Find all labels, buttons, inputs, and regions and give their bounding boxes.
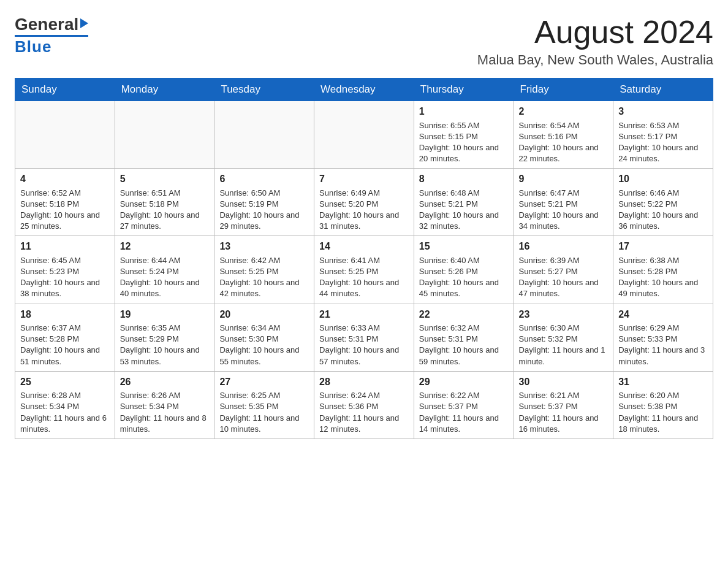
day-info: Sunrise: 6:48 AM Sunset: 5:21 PM Dayligh… bbox=[419, 188, 499, 231]
day-number: 26 bbox=[120, 375, 210, 389]
day-number: 3 bbox=[618, 105, 708, 118]
calendar-week-row: 25Sunrise: 6:28 AM Sunset: 5:34 PM Dayli… bbox=[15, 371, 713, 439]
logo-divider bbox=[15, 35, 88, 37]
day-info: Sunrise: 6:21 AM Sunset: 5:37 PM Dayligh… bbox=[519, 391, 599, 434]
day-info: Sunrise: 6:54 AM Sunset: 5:16 PM Dayligh… bbox=[519, 121, 599, 164]
calendar-cell: 28Sunrise: 6:24 AM Sunset: 5:36 PM Dayli… bbox=[314, 371, 414, 439]
day-info: Sunrise: 6:42 AM Sunset: 5:25 PM Dayligh… bbox=[219, 256, 299, 299]
day-number: 28 bbox=[319, 375, 409, 389]
day-info: Sunrise: 6:30 AM Sunset: 5:32 PM Dayligh… bbox=[519, 323, 605, 366]
calendar-header-friday: Friday bbox=[514, 79, 613, 101]
day-info: Sunrise: 6:25 AM Sunset: 5:35 PM Dayligh… bbox=[219, 391, 299, 434]
calendar-cell: 22Sunrise: 6:32 AM Sunset: 5:31 PM Dayli… bbox=[414, 304, 514, 371]
calendar-cell: 5Sunrise: 6:51 AM Sunset: 5:18 PM Daylig… bbox=[115, 169, 214, 236]
logo-blue: Blue bbox=[15, 37, 51, 56]
day-number: 10 bbox=[618, 172, 708, 186]
calendar-cell: 4Sunrise: 6:52 AM Sunset: 5:18 PM Daylig… bbox=[15, 169, 115, 236]
day-number: 23 bbox=[519, 308, 609, 321]
day-number: 4 bbox=[20, 172, 110, 186]
day-info: Sunrise: 6:22 AM Sunset: 5:37 PM Dayligh… bbox=[419, 391, 499, 434]
calendar-cell: 30Sunrise: 6:21 AM Sunset: 5:37 PM Dayli… bbox=[514, 371, 613, 439]
calendar-cell: 8Sunrise: 6:48 AM Sunset: 5:21 PM Daylig… bbox=[414, 169, 514, 236]
calendar-cell bbox=[15, 101, 115, 169]
calendar-cell: 16Sunrise: 6:39 AM Sunset: 5:27 PM Dayli… bbox=[514, 236, 613, 304]
calendar-header-thursday: Thursday bbox=[414, 79, 514, 101]
calendar-cell: 17Sunrise: 6:38 AM Sunset: 5:28 PM Dayli… bbox=[613, 236, 713, 304]
day-info: Sunrise: 6:46 AM Sunset: 5:22 PM Dayligh… bbox=[618, 188, 698, 231]
calendar-cell: 19Sunrise: 6:35 AM Sunset: 5:29 PM Dayli… bbox=[115, 304, 214, 371]
day-number: 13 bbox=[219, 240, 309, 253]
day-info: Sunrise: 6:24 AM Sunset: 5:36 PM Dayligh… bbox=[319, 391, 399, 434]
day-number: 7 bbox=[319, 172, 409, 186]
calendar-cell: 6Sunrise: 6:50 AM Sunset: 5:19 PM Daylig… bbox=[214, 169, 314, 236]
day-number: 15 bbox=[419, 240, 509, 253]
day-number: 24 bbox=[618, 308, 708, 321]
day-info: Sunrise: 6:34 AM Sunset: 5:30 PM Dayligh… bbox=[219, 323, 299, 366]
calendar-cell: 10Sunrise: 6:46 AM Sunset: 5:22 PM Dayli… bbox=[613, 169, 713, 236]
day-number: 1 bbox=[419, 105, 509, 118]
day-info: Sunrise: 6:50 AM Sunset: 5:19 PM Dayligh… bbox=[219, 188, 299, 231]
calendar-cell: 18Sunrise: 6:37 AM Sunset: 5:28 PM Dayli… bbox=[15, 304, 115, 371]
day-info: Sunrise: 6:53 AM Sunset: 5:17 PM Dayligh… bbox=[618, 121, 698, 164]
calendar-cell bbox=[115, 101, 214, 169]
day-info: Sunrise: 6:40 AM Sunset: 5:26 PM Dayligh… bbox=[419, 256, 499, 299]
calendar-cell: 29Sunrise: 6:22 AM Sunset: 5:37 PM Dayli… bbox=[414, 371, 514, 439]
day-info: Sunrise: 6:45 AM Sunset: 5:23 PM Dayligh… bbox=[20, 256, 100, 299]
day-number: 11 bbox=[20, 240, 110, 253]
day-number: 14 bbox=[319, 240, 409, 253]
page-header: General Blue August 2024 Malua Bay, New … bbox=[15, 15, 713, 68]
day-info: Sunrise: 6:49 AM Sunset: 5:20 PM Dayligh… bbox=[319, 188, 399, 231]
day-number: 22 bbox=[419, 308, 509, 321]
day-number: 2 bbox=[519, 105, 609, 118]
calendar-cell: 11Sunrise: 6:45 AM Sunset: 5:23 PM Dayli… bbox=[15, 236, 115, 304]
calendar-header-tuesday: Tuesday bbox=[214, 79, 314, 101]
calendar-cell: 23Sunrise: 6:30 AM Sunset: 5:32 PM Dayli… bbox=[514, 304, 613, 371]
location-subtitle: Malua Bay, New South Wales, Australia bbox=[477, 52, 713, 68]
day-info: Sunrise: 6:35 AM Sunset: 5:29 PM Dayligh… bbox=[120, 323, 200, 366]
logo-arrow-icon bbox=[80, 18, 88, 28]
day-info: Sunrise: 6:41 AM Sunset: 5:25 PM Dayligh… bbox=[319, 256, 399, 299]
calendar-week-row: 1Sunrise: 6:55 AM Sunset: 5:15 PM Daylig… bbox=[15, 101, 713, 169]
calendar-header-monday: Monday bbox=[115, 79, 214, 101]
day-info: Sunrise: 6:28 AM Sunset: 5:34 PM Dayligh… bbox=[20, 391, 107, 434]
day-info: Sunrise: 6:26 AM Sunset: 5:34 PM Dayligh… bbox=[120, 391, 207, 434]
day-number: 18 bbox=[20, 308, 110, 321]
calendar-week-row: 18Sunrise: 6:37 AM Sunset: 5:28 PM Dayli… bbox=[15, 304, 713, 371]
day-info: Sunrise: 6:47 AM Sunset: 5:21 PM Dayligh… bbox=[519, 188, 599, 231]
calendar-cell bbox=[314, 101, 414, 169]
day-info: Sunrise: 6:38 AM Sunset: 5:28 PM Dayligh… bbox=[618, 256, 698, 299]
calendar-header-sunday: Sunday bbox=[15, 79, 115, 101]
logo: General Blue bbox=[15, 15, 88, 56]
calendar-header-saturday: Saturday bbox=[613, 79, 713, 101]
calendar-header-wednesday: Wednesday bbox=[314, 79, 414, 101]
day-info: Sunrise: 6:20 AM Sunset: 5:38 PM Dayligh… bbox=[618, 391, 698, 434]
day-info: Sunrise: 6:51 AM Sunset: 5:18 PM Dayligh… bbox=[120, 188, 200, 231]
day-info: Sunrise: 6:37 AM Sunset: 5:28 PM Dayligh… bbox=[20, 323, 100, 366]
calendar-cell: 14Sunrise: 6:41 AM Sunset: 5:25 PM Dayli… bbox=[314, 236, 414, 304]
day-number: 12 bbox=[120, 240, 210, 253]
day-number: 19 bbox=[120, 308, 210, 321]
calendar-cell: 26Sunrise: 6:26 AM Sunset: 5:34 PM Dayli… bbox=[115, 371, 214, 439]
calendar-table: SundayMondayTuesdayWednesdayThursdayFrid… bbox=[15, 78, 713, 439]
day-number: 17 bbox=[618, 240, 708, 253]
calendar-cell: 9Sunrise: 6:47 AM Sunset: 5:21 PM Daylig… bbox=[514, 169, 613, 236]
calendar-cell: 24Sunrise: 6:29 AM Sunset: 5:33 PM Dayli… bbox=[613, 304, 713, 371]
day-number: 6 bbox=[219, 172, 309, 186]
calendar-cell: 31Sunrise: 6:20 AM Sunset: 5:38 PM Dayli… bbox=[613, 371, 713, 439]
title-section: August 2024 Malua Bay, New South Wales, … bbox=[477, 15, 713, 68]
calendar-cell: 15Sunrise: 6:40 AM Sunset: 5:26 PM Dayli… bbox=[414, 236, 514, 304]
day-info: Sunrise: 6:29 AM Sunset: 5:33 PM Dayligh… bbox=[618, 323, 705, 366]
calendar-header-row: SundayMondayTuesdayWednesdayThursdayFrid… bbox=[15, 79, 713, 101]
day-number: 8 bbox=[419, 172, 509, 186]
day-number: 27 bbox=[219, 375, 309, 389]
day-number: 30 bbox=[519, 375, 609, 389]
day-number: 16 bbox=[519, 240, 609, 253]
day-number: 29 bbox=[419, 375, 509, 389]
calendar-cell: 2Sunrise: 6:54 AM Sunset: 5:16 PM Daylig… bbox=[514, 101, 613, 169]
day-info: Sunrise: 6:52 AM Sunset: 5:18 PM Dayligh… bbox=[20, 188, 100, 231]
calendar-cell: 21Sunrise: 6:33 AM Sunset: 5:31 PM Dayli… bbox=[314, 304, 414, 371]
day-number: 25 bbox=[20, 375, 110, 389]
calendar-cell: 13Sunrise: 6:42 AM Sunset: 5:25 PM Dayli… bbox=[214, 236, 314, 304]
day-info: Sunrise: 6:55 AM Sunset: 5:15 PM Dayligh… bbox=[419, 121, 499, 164]
calendar-cell: 7Sunrise: 6:49 AM Sunset: 5:20 PM Daylig… bbox=[314, 169, 414, 236]
